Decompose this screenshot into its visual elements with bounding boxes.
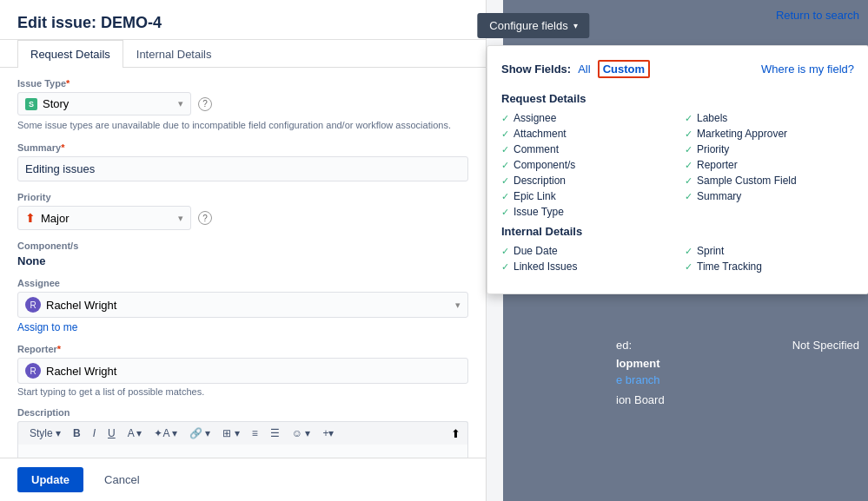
- configure-fields-chevron-icon: ▾: [573, 21, 578, 30]
- update-button[interactable]: Update: [17, 467, 83, 492]
- field-label-priority: Priority: [697, 143, 729, 155]
- check-icon: ✓: [501, 113, 509, 124]
- configure-fields-dropdown: Show Fields: All Custom Where is my fiel…: [487, 45, 868, 294]
- field-priority[interactable]: ✓ Priority: [685, 143, 854, 155]
- show-fields-custom[interactable]: Custom: [598, 60, 650, 78]
- check-icon: ✓: [685, 246, 692, 257]
- numbered-list-button[interactable]: ☰: [266, 425, 284, 441]
- field-attachment[interactable]: ✓ Attachment: [501, 128, 671, 140]
- internal-details-section-title: Internal Details: [501, 225, 854, 238]
- link-button[interactable]: 🔗 ▾: [185, 425, 215, 441]
- branch-link[interactable]: e branch: [616, 373, 859, 386]
- configure-fields-button[interactable]: Configure fields ▾: [477, 13, 589, 38]
- assignee-chevron-icon: ▾: [455, 300, 461, 311]
- issue-type-select[interactable]: S Story ▾: [17, 92, 191, 115]
- assignee-value: Rachel Wright: [46, 299, 116, 312]
- underline-button[interactable]: U: [103, 425, 120, 441]
- field-label-marketing-approver: Marketing Approver: [697, 128, 787, 140]
- emoji-button[interactable]: ☺ ▾: [288, 425, 315, 441]
- component-value: None: [17, 254, 468, 267]
- bold-button[interactable]: B: [69, 425, 85, 441]
- field-components[interactable]: ✓ Component/s: [501, 159, 671, 171]
- reporter-input[interactable]: R Rachel Wright: [17, 358, 468, 384]
- form-tabs: Request Details Internal Details: [0, 40, 486, 68]
- where-is-my-field-link[interactable]: Where is my field?: [761, 63, 854, 76]
- issue-type-warning: Some issue types are unavailable due to …: [17, 119, 468, 132]
- priority-help-icon[interactable]: ?: [198, 211, 212, 225]
- edit-form: Edit issue: DEMO-4 Request Details Inter…: [0, 0, 487, 501]
- form-header: Edit issue: DEMO-4: [0, 0, 486, 40]
- field-epic-link[interactable]: ✓ Epic Link: [501, 190, 671, 202]
- cancel-button[interactable]: Cancel: [90, 467, 153, 492]
- issue-type-field: Issue Type* S Story ▾ ? Some issue types…: [17, 78, 468, 132]
- tab-request-details[interactable]: Request Details: [17, 40, 123, 68]
- issue-type-help-icon[interactable]: ?: [198, 97, 212, 111]
- field-label-components: Component/s: [514, 159, 575, 171]
- field-time-tracking[interactable]: ✓ Time Tracking: [685, 260, 854, 273]
- check-icon: ✓: [685, 191, 692, 202]
- field-label-time-tracking: Time Tracking: [697, 260, 762, 273]
- priority-major-icon: ⬆: [25, 211, 36, 225]
- assignee-label: Assignee: [17, 278, 468, 288]
- configure-fields-label: Configure fields: [489, 19, 567, 32]
- insert-button[interactable]: ⊞ ▾: [218, 425, 243, 441]
- field-labels[interactable]: ✓ Labels: [685, 112, 854, 124]
- summary-label: Summary*: [17, 142, 468, 153]
- field-issue-type[interactable]: ✓ Issue Type: [501, 206, 671, 218]
- form-body: Issue Type* S Story ▾ ? Some issue types…: [0, 68, 486, 482]
- page-title: Edit issue: DEMO-4: [17, 14, 468, 32]
- style-dropdown-button[interactable]: Style ▾: [25, 425, 65, 441]
- more-button[interactable]: +▾: [318, 425, 338, 441]
- text-size-button[interactable]: ✦A ▾: [149, 425, 182, 441]
- show-fields-all[interactable]: All: [578, 63, 590, 76]
- form-footer: Update Cancel: [0, 458, 487, 501]
- priority-label: Priority: [17, 192, 468, 202]
- assignee-field: Assignee R Rachel Wright ▾ Assign to me: [17, 278, 468, 333]
- check-icon: ✓: [501, 129, 509, 140]
- assignee-avatar: R: [25, 297, 41, 313]
- field-label-epic-link: Epic Link: [514, 190, 556, 202]
- issue-type-label: Issue Type*: [17, 78, 468, 89]
- field-sample-custom[interactable]: ✓ Sample Custom Field: [685, 175, 854, 187]
- reporter-label: Reporter*: [17, 344, 468, 354]
- reporter-field: Reporter* R Rachel Wright Start typing t…: [17, 344, 468, 397]
- style-chevron-icon: ▾: [56, 427, 61, 439]
- assign-to-me-link[interactable]: Assign to me: [17, 321, 77, 333]
- show-fields-row: Show Fields: All Custom Where is my fiel…: [501, 60, 854, 78]
- field-label-summary: Summary: [697, 190, 741, 202]
- check-icon: ✓: [685, 175, 692, 187]
- text-color-button[interactable]: A ▾: [123, 425, 147, 441]
- field-label-attachment: Attachment: [514, 128, 567, 140]
- return-to-search-link[interactable]: Return to search: [776, 9, 859, 22]
- reporter-hint: Start typing to get a list of possible m…: [17, 386, 468, 397]
- field-linked-issues[interactable]: ✓ Linked Issues: [501, 260, 671, 273]
- priority-select[interactable]: ⬆ Major ▾: [17, 206, 191, 230]
- field-label-labels: Labels: [697, 112, 727, 124]
- italic-button[interactable]: I: [89, 425, 100, 441]
- check-icon: ✓: [501, 261, 509, 273]
- check-icon: ✓: [501, 207, 509, 218]
- component-field: Component/s None: [17, 241, 468, 267]
- reporter-value: Rachel Wright: [46, 365, 116, 378]
- field-summary[interactable]: ✓ Summary: [685, 190, 854, 202]
- field-assignee[interactable]: ✓ Assignee: [501, 112, 671, 124]
- summary-input[interactable]: [17, 156, 468, 181]
- not-specified-value: Not Specified: [792, 339, 859, 352]
- assignee-select[interactable]: R Rachel Wright ▾: [17, 292, 468, 318]
- check-icon: ✓: [501, 160, 509, 171]
- check-icon: ✓: [501, 246, 509, 257]
- field-comment[interactable]: ✓ Comment: [501, 143, 671, 155]
- tab-internal-details[interactable]: Internal Details: [123, 40, 225, 68]
- field-reporter[interactable]: ✓ Reporter: [685, 159, 854, 171]
- field-label-description: Description: [514, 175, 566, 187]
- field-description[interactable]: ✓ Description: [501, 175, 671, 187]
- description-label: Description: [17, 407, 468, 418]
- priority-row: ⬆ Major ▾ ?: [17, 206, 468, 230]
- bullet-list-button[interactable]: ≡: [248, 425, 262, 441]
- show-fields-label: Show Fields:: [501, 63, 571, 76]
- dev-section-title: lopment: [616, 357, 859, 370]
- field-due-date[interactable]: ✓ Due Date: [501, 245, 671, 257]
- field-sprint[interactable]: ✓ Sprint: [685, 245, 854, 257]
- priority-field: Priority ⬆ Major ▾ ?: [17, 192, 468, 230]
- field-marketing-approver[interactable]: ✓ Marketing Approver: [685, 128, 854, 140]
